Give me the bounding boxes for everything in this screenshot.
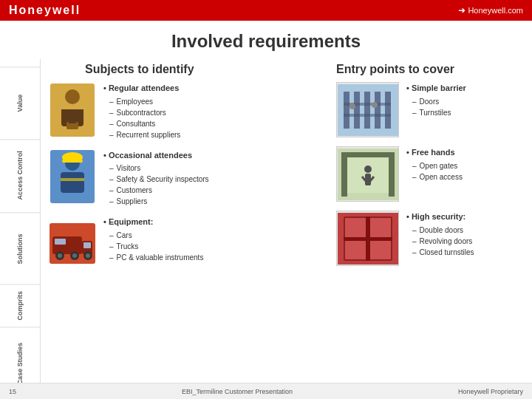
svg-point-18: [58, 253, 62, 258]
sidebar: Value Access Control Solutions Comprits …: [0, 59, 41, 399]
simple-barrier-text: • Simple barrier –Doors –Turnstiles: [406, 82, 466, 118]
page-title: Involved requirements: [0, 21, 532, 59]
svg-point-20: [72, 253, 77, 258]
svg-rect-30: [344, 114, 391, 117]
svg-rect-47: [369, 240, 391, 259]
worker-person-icon: [50, 150, 95, 203]
business-person-icon: [50, 83, 95, 137]
sub-visitors: –Visitors: [103, 163, 209, 174]
sub-safety-security: –Safety & Security inspectors: [103, 174, 209, 185]
free-hands-bullet: • Free hands: [406, 146, 463, 159]
section-regular-attendees: • Regular attendees –Employees –Subcontr…: [48, 82, 321, 140]
arrow-icon: ➜: [458, 5, 466, 16]
sub-doors: –Doors: [406, 96, 466, 107]
svg-rect-9: [62, 160, 83, 163]
svg-rect-3: [58, 106, 87, 109]
footer-right-text: Honeywell Proprietary: [458, 388, 523, 395]
sub-subcontractors: –Subcontractors: [103, 107, 180, 118]
occasional-bullet: • Occasional attendees: [103, 149, 209, 162]
sub-trucks: –Trucks: [103, 241, 203, 252]
turnstile-simple-icon: [338, 84, 398, 136]
subjects-title: Subjects to identify: [48, 63, 321, 76]
section-occasional-attendees: • Occasional attendees –Visitors –Safety…: [48, 149, 321, 208]
equipment-bullet: • Equipment:: [103, 216, 203, 228]
svg-rect-35: [389, 152, 395, 197]
svg-rect-45: [369, 218, 391, 239]
vehicle-icon: [50, 223, 95, 264]
sub-customers: –Customers: [103, 185, 209, 196]
entry-simple-barrier: • Simple barrier –Doors –Turnstiles: [336, 82, 525, 137]
svg-point-32: [372, 102, 378, 108]
open-gate-icon: [338, 149, 398, 200]
svg-rect-27: [375, 92, 381, 129]
sidebar-item-comprits: Comprits: [0, 284, 40, 327]
svg-point-22: [86, 253, 90, 258]
svg-rect-16: [83, 242, 91, 248]
sub-turnstiles: –Turnstiles: [406, 107, 466, 118]
svg-point-1: [65, 89, 80, 104]
svg-rect-28: [385, 92, 391, 129]
honeywell-logo: Honeywell: [9, 4, 81, 17]
sub-recurrent: –Recurrent suppliers: [103, 129, 180, 140]
sub-consultants: –Consultants: [103, 118, 180, 129]
subjects-column: Subjects to identify: [41, 59, 329, 399]
high-security-door-icon: [338, 213, 398, 265]
occasional-attendees-image: [48, 149, 96, 205]
svg-rect-5: [69, 120, 76, 123]
svg-rect-44: [345, 218, 367, 239]
svg-rect-34: [341, 152, 347, 197]
equipment-text: • Equipment: –Cars –Trucks –PC & valuabl…: [103, 216, 203, 263]
content-area: Value Access Control Solutions Comprits …: [0, 59, 532, 399]
section-equipment: • Equipment: –Cars –Trucks –PC & valuabl…: [48, 216, 321, 271]
sidebar-item-solutions: Solutions: [0, 212, 40, 284]
sidebar-item-value: Value: [0, 66, 40, 139]
entry-title: Entry points to cover: [336, 63, 525, 76]
high-security-bullet: • High security:: [406, 211, 474, 223]
sub-employees: –Employees: [103, 96, 180, 107]
sub-open-access: –Open access: [406, 171, 463, 183]
svg-rect-46: [345, 240, 367, 259]
top-bar: Honeywell ➜ Honeywell.com: [0, 0, 532, 21]
high-security-image: [336, 211, 399, 266]
svg-rect-36: [341, 152, 395, 157]
sub-double-doors: –Double doors: [406, 225, 474, 236]
page-number: 15: [9, 388, 16, 395]
regular-bullet: • Regular attendees: [103, 82, 180, 95]
entry-column: Entry points to cover: [329, 59, 532, 399]
sub-suppliers: –Suppliers: [103, 196, 209, 207]
simple-barrier-bullet: • Simple barrier: [406, 82, 466, 95]
sub-closed-turnstiles: –Closed turnstiles: [406, 247, 474, 258]
svg-rect-49: [344, 237, 392, 241]
sub-cars: –Cars: [103, 230, 203, 241]
sub-pc: –PC & valuable instruments: [103, 252, 203, 263]
website-link[interactable]: Honeywell.com: [468, 6, 523, 15]
svg-point-38: [364, 166, 372, 173]
footer: 15 EBI_Termiline Customer Presentation H…: [0, 383, 532, 399]
equipment-image: [48, 216, 96, 271]
sidebar-item-access: Access Control: [0, 139, 40, 211]
svg-rect-26: [364, 92, 370, 129]
free-hands-image: [336, 146, 399, 202]
entry-free-hands: • Free hands –Open gates –Open access: [336, 146, 525, 202]
svg-rect-25: [354, 92, 360, 129]
main-content: Subjects to identify: [41, 59, 532, 399]
free-hands-text: • Free hands –Open gates –Open access: [406, 146, 463, 183]
regular-attendees-text: • Regular attendees –Employees –Subcontr…: [103, 82, 180, 140]
svg-rect-11: [61, 178, 84, 181]
occasional-attendees-text: • Occasional attendees –Visitors –Safety…: [103, 149, 209, 208]
sub-revolving-doors: –Revolving doors: [406, 236, 474, 247]
svg-point-31: [349, 103, 355, 109]
entry-high-security: • High security: –Double doors –Revolvin…: [336, 211, 525, 266]
sub-open-gates: –Open gates: [406, 160, 463, 171]
footer-center-text: EBI_Termiline Customer Presentation: [182, 388, 293, 395]
svg-rect-15: [55, 239, 66, 245]
regular-attendees-image: [48, 82, 96, 137]
high-security-text: • High security: –Double doors –Revolvin…: [406, 211, 474, 258]
svg-rect-10: [61, 172, 84, 193]
svg-rect-24: [344, 92, 349, 129]
simple-barrier-image: [336, 82, 399, 137]
